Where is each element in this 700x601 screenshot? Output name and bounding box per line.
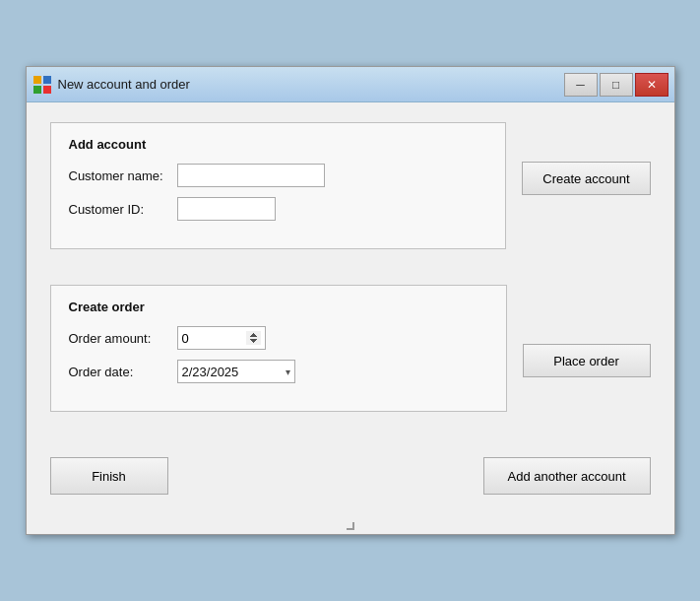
window-title: New account and order — [58, 77, 190, 92]
main-window: New account and order ─ □ ✕ Add account … — [26, 66, 675, 535]
resize-dot-icon — [347, 522, 354, 530]
order-date-label: Order date: — [69, 365, 177, 379]
chevron-down-icon: ▾ — [286, 367, 290, 377]
customer-id-row: Customer ID: — [69, 197, 488, 221]
order-date-row: Order date: 2/23/2025 ▾ — [69, 360, 488, 383]
order-date-picker[interactable]: 2/23/2025 ▾ — [177, 360, 295, 383]
create-order-section: Create order Order amount: Order date: 2… — [50, 285, 507, 412]
resize-handle[interactable] — [27, 520, 674, 534]
customer-name-label: Customer name: — [69, 168, 177, 183]
create-account-button[interactable]: Create account — [522, 162, 650, 195]
customer-name-input[interactable] — [177, 164, 325, 187]
add-account-section: Add account Customer name: Customer ID: — [50, 122, 507, 249]
restore-button[interactable]: □ — [600, 73, 633, 97]
add-account-label: Add account — [69, 137, 488, 152]
window-body: Add account Customer name: Customer ID: … — [27, 102, 674, 520]
title-bar-buttons: ─ □ ✕ — [564, 73, 668, 97]
place-order-action: Place order — [523, 285, 651, 377]
finish-button[interactable]: Finish — [50, 457, 168, 495]
svg-rect-2 — [33, 86, 41, 94]
add-another-account-button[interactable]: Add another account — [483, 457, 651, 495]
footer-bar: Finish Add another account — [50, 447, 651, 501]
window-icon — [32, 75, 52, 95]
minimize-button[interactable]: ─ — [564, 73, 598, 97]
customer-name-row: Customer name: — [69, 164, 488, 187]
add-account-container: Add account Customer name: Customer ID: … — [50, 122, 651, 267]
svg-rect-1 — [43, 76, 51, 84]
title-bar: New account and order ─ □ ✕ — [27, 67, 674, 102]
order-amount-input[interactable] — [177, 326, 266, 350]
customer-id-label: Customer ID: — [69, 202, 177, 217]
svg-rect-3 — [43, 86, 51, 94]
order-amount-row: Order amount: — [69, 326, 488, 350]
customer-id-input[interactable] — [177, 197, 276, 221]
place-order-button[interactable]: Place order — [523, 344, 651, 377]
order-amount-label: Order amount: — [69, 331, 177, 346]
title-bar-left: New account and order — [32, 75, 190, 95]
create-order-label: Create order — [69, 300, 488, 314]
order-amount-spinner — [177, 326, 266, 350]
close-button[interactable]: ✕ — [635, 73, 668, 97]
create-account-action: Create account — [522, 122, 650, 195]
svg-rect-0 — [33, 76, 41, 84]
create-order-container: Create order Order amount: Order date: 2… — [50, 285, 651, 430]
order-date-value: 2/23/2025 — [182, 365, 239, 379]
